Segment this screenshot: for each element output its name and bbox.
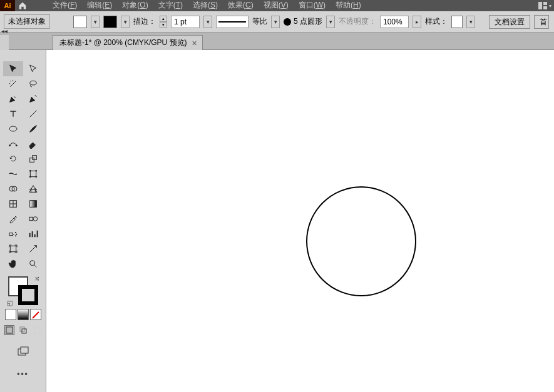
- swap-fill-stroke-icon[interactable]: ⤭: [34, 275, 39, 282]
- ruler-origin: [0, 35, 9, 50]
- ellipse-tool[interactable]: [3, 121, 23, 136]
- preferences-button[interactable]: 首: [534, 15, 549, 29]
- document-setup-button[interactable]: 文档设置: [489, 15, 530, 29]
- svg-rect-8: [32, 156, 36, 160]
- line-tool[interactable]: [23, 106, 43, 121]
- opacity-label: 不透明度：: [339, 16, 376, 27]
- color-mode-gradient[interactable]: [18, 309, 29, 320]
- svg-rect-2: [543, 6, 547, 9]
- svg-point-4: [9, 126, 17, 131]
- pen-tool[interactable]: [3, 91, 23, 106]
- draw-behind-icon[interactable]: [18, 325, 28, 335]
- menu-file[interactable]: 文件(F): [48, 0, 82, 11]
- menu-effect[interactable]: 效果(C): [223, 0, 259, 11]
- menu-type[interactable]: 文字(T): [153, 0, 188, 11]
- eyedropper-tool[interactable]: [3, 211, 23, 226]
- symbol-sprayer-tool[interactable]: [3, 226, 23, 241]
- hand-tool[interactable]: [3, 256, 23, 271]
- svg-rect-20: [9, 233, 13, 236]
- svg-point-3: [29, 81, 36, 85]
- paintbrush-tool[interactable]: [23, 121, 43, 136]
- color-mode-none[interactable]: [30, 309, 41, 320]
- svg-point-21: [15, 232, 16, 233]
- svg-rect-1: [543, 2, 547, 5]
- svg-rect-26: [6, 327, 13, 333]
- draw-inside-icon[interactable]: [32, 325, 42, 335]
- type-tool[interactable]: [3, 106, 23, 121]
- stroke-profile-preview[interactable]: [216, 16, 249, 28]
- menu-object[interactable]: 对象(O): [117, 0, 153, 11]
- eraser-tool[interactable]: [23, 136, 43, 151]
- close-tab-icon[interactable]: ×: [192, 38, 197, 48]
- svg-rect-29: [34, 327, 40, 333]
- default-fill-stroke-icon[interactable]: ◱: [7, 299, 13, 306]
- svg-point-5: [9, 145, 10, 146]
- proportion-dropdown[interactable]: ▾: [271, 16, 280, 28]
- home-icon[interactable]: [15, 0, 30, 11]
- slice-tool[interactable]: [23, 241, 43, 256]
- app-logo: Ai: [0, 0, 15, 11]
- fill-stroke-control[interactable]: ⤭ ◱: [6, 275, 41, 306]
- draw-normal-icon[interactable]: [4, 325, 14, 335]
- fill-swatch[interactable]: [73, 16, 87, 28]
- selection-tool[interactable]: [3, 61, 23, 76]
- svg-rect-18: [29, 217, 33, 220]
- screen-mode-icon[interactable]: [17, 346, 29, 358]
- menu-window[interactable]: 窗口(W): [294, 0, 331, 11]
- fill-dropdown[interactable]: ▾: [91, 16, 100, 28]
- shape-builder-tool[interactable]: [3, 181, 23, 196]
- zoom-tool[interactable]: [23, 256, 43, 271]
- stroke-weight-field[interactable]: 1 pt: [171, 16, 200, 28]
- free-transform-tool[interactable]: [23, 166, 43, 181]
- stroke-weight-stepper[interactable]: ▴▾: [160, 16, 167, 28]
- menu-view[interactable]: 视图(V): [259, 0, 294, 11]
- width-tool[interactable]: [3, 166, 23, 181]
- opacity-dropdown[interactable]: ▸: [413, 16, 421, 28]
- stroke-label: 描边：: [133, 16, 156, 27]
- rotate-tool[interactable]: [3, 151, 23, 166]
- column-graph-tool[interactable]: [23, 226, 43, 241]
- perspective-grid-tool[interactable]: [23, 181, 43, 196]
- lasso-tool[interactable]: [23, 76, 43, 91]
- edit-toolbar-icon[interactable]: •••: [17, 369, 29, 378]
- circle-shape[interactable]: [306, 186, 416, 296]
- opacity-field[interactable]: 100%: [380, 16, 409, 28]
- document-tab-row: ◂◂ 未标题-1* @ 200% (CMYK/GPU 预览) ×: [0, 33, 554, 50]
- canvas[interactable]: [46, 50, 554, 392]
- brush-profile-dropdown[interactable]: ▾: [326, 16, 335, 28]
- svg-point-23: [15, 236, 16, 236]
- document-tab-title: 未标题-1* @ 200% (CMYK/GPU 预览): [59, 38, 187, 48]
- svg-point-22: [16, 234, 16, 234]
- color-mode-chips: [5, 309, 41, 320]
- magic-wand-tool[interactable]: [3, 76, 23, 91]
- mesh-tool[interactable]: [3, 196, 23, 211]
- collapse-toolbar-icon[interactable]: ◂◂: [1, 28, 8, 34]
- menu-edit[interactable]: 编辑(E): [82, 0, 117, 11]
- stroke-weight-dropdown[interactable]: ▾: [203, 16, 212, 28]
- menu-select[interactable]: 选择(S): [188, 0, 223, 11]
- curvature-tool[interactable]: [23, 91, 43, 106]
- brush-profile[interactable]: 5 点圆形: [284, 16, 322, 27]
- style-swatch[interactable]: [451, 16, 463, 28]
- color-mode-solid[interactable]: [5, 309, 16, 320]
- stroke-swatch[interactable]: [103, 16, 117, 28]
- menu-help[interactable]: 帮助(H): [331, 0, 366, 11]
- artboard-tool[interactable]: [3, 241, 23, 256]
- scale-tool[interactable]: [23, 151, 43, 166]
- arrange-documents-icon[interactable]: ▾: [535, 2, 554, 9]
- svg-point-6: [16, 145, 17, 146]
- menu-bar: Ai 文件(F) 编辑(E) 对象(O) 文字(T) 选择(S) 效果(C) 视…: [0, 0, 554, 11]
- style-label: 样式：: [425, 16, 448, 27]
- svg-point-11: [35, 170, 36, 171]
- gradient-tool[interactable]: [23, 196, 43, 211]
- document-tab[interactable]: 未标题-1* @ 200% (CMYK/GPU 预览) ×: [53, 35, 203, 50]
- svg-point-13: [35, 176, 36, 178]
- direct-selection-tool[interactable]: [23, 61, 43, 76]
- shaper-tool[interactable]: [3, 136, 23, 151]
- style-dropdown[interactable]: ▾: [466, 16, 475, 28]
- svg-point-10: [29, 170, 31, 171]
- blend-tool[interactable]: [23, 211, 43, 226]
- brush-profile-label: 5 点圆形: [294, 16, 322, 27]
- stroke-color-icon[interactable]: [18, 285, 38, 305]
- stroke-dropdown[interactable]: ▾: [121, 16, 130, 28]
